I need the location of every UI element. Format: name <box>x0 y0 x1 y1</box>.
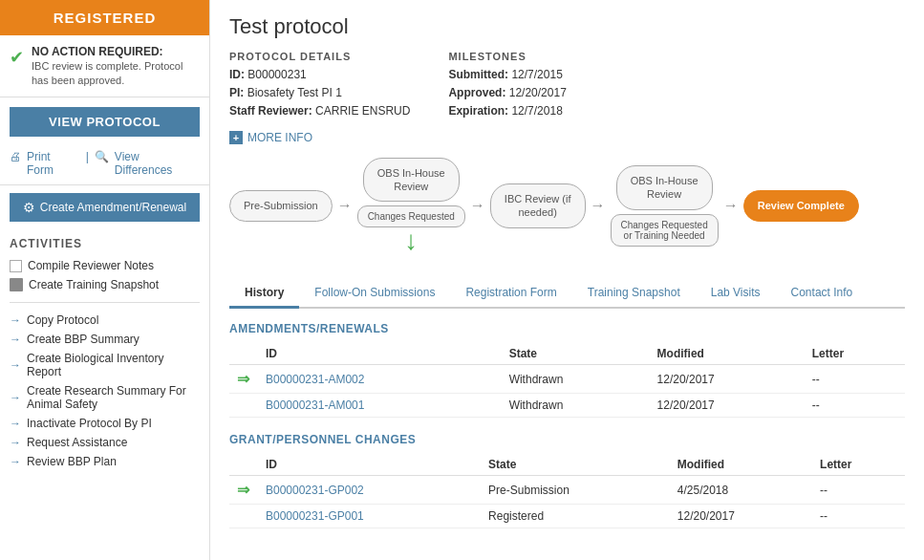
amendment-state: Withdrawn <box>502 394 650 418</box>
print-form-link[interactable]: Print Form <box>27 150 80 177</box>
grant-id-link[interactable]: B00000231-GP002 <box>266 484 364 497</box>
arrow-icon: → <box>10 455 21 468</box>
amendments-thead: ID State Modified Letter <box>229 343 905 365</box>
amendment-id-link[interactable]: B00000231-AM002 <box>266 373 364 386</box>
action-label: Create Research Summary For Animal Safet… <box>27 384 200 411</box>
image-icon <box>10 278 23 291</box>
action-copy-protocol[interactable]: → Copy Protocol <box>10 311 200 330</box>
grant-modified: 4/25/2018 <box>670 476 812 505</box>
search-icon: 🔍 <box>95 150 109 177</box>
sidebar-notice: ✔ NO ACTION REQUIRED: IBC review is comp… <box>0 35 209 97</box>
amendments-heading: AMENDMENTS/RENEWALS <box>229 322 905 335</box>
tab-lab-visits[interactable]: Lab Visits <box>696 279 776 309</box>
wf-subnode-changes-requested-2: Changes Requestedor Training Needed <box>611 214 719 247</box>
table-row: B00000231-AM001 Withdrawn 12/20/2017 -- <box>229 394 905 418</box>
submitted-row: Submitted: 12/7/2015 <box>448 66 566 84</box>
col-header-modified: Modified <box>670 454 812 476</box>
more-info-toggle[interactable]: + MORE INFO <box>229 131 905 144</box>
view-differences-link[interactable]: View Differences <box>115 150 200 177</box>
arrow-icon: → <box>10 313 21 327</box>
plus-icon: + <box>229 131 243 144</box>
arrow-icon: → <box>10 358 21 372</box>
protocol-details: PROTOCOL DETAILS ID: B00000231 PI: Biosa… <box>229 51 410 121</box>
amendment-letter: -- <box>805 394 905 418</box>
arrow-icon: → <box>10 391 21 404</box>
grant-state: Pre-Submission <box>481 476 670 505</box>
pi-label: PI: <box>229 86 244 99</box>
protocol-pi-row: PI: Biosafety Test PI 1 <box>229 84 410 102</box>
check-icon: ✔ <box>10 47 24 68</box>
expiration-value: 12/7/2018 <box>511 104 562 118</box>
wf-arrow-3: → <box>591 197 606 214</box>
table-row: ⇒ B00000231-AM002 Withdrawn 12/20/2017 -… <box>229 365 905 394</box>
page-title: Test protocol <box>229 14 905 39</box>
protocol-staff-row: Staff Reviewer: CARRIE ENSRUD <box>229 102 410 120</box>
activities-title: ACTIVITIES <box>10 237 200 250</box>
tab-follow-on[interactable]: Follow-On Submissions <box>299 279 450 309</box>
col-header-state: State <box>481 454 670 476</box>
notice-body: IBC review is complete. Protocol has bee… <box>32 60 183 86</box>
amendment-id-link[interactable]: B00000231-AM001 <box>266 398 364 412</box>
staff-reviewer-label: Staff Reviewer: <box>229 104 312 118</box>
wf-node-obs-inhouse-2: OBS In-HouseReview <box>616 165 713 210</box>
sidebar-notice-text: NO ACTION REQUIRED: IBC review is comple… <box>32 45 200 87</box>
workflow-container: Pre-Submission → OBS In-HouseReview Chan… <box>229 158 905 280</box>
action-create-research-summary[interactable]: → Create Research Summary For Animal Saf… <box>10 381 200 414</box>
action-create-bio-inventory[interactable]: → Create Biological Inventory Report <box>10 349 200 381</box>
tab-contact-info[interactable]: Contact Info <box>776 279 869 309</box>
notice-title: NO ACTION REQUIRED: <box>32 45 200 58</box>
protocol-details-label: PROTOCOL DETAILS <box>229 51 410 62</box>
amendment-letter: -- <box>805 365 905 394</box>
wf-arrow-4: → <box>723 197 739 214</box>
view-protocol-button[interactable]: VIEW PROTOCOL <box>10 107 200 137</box>
table-row: B00000231-GP001 Registered 12/20/2017 -- <box>229 505 905 528</box>
more-info-label: MORE INFO <box>247 131 312 144</box>
tab-registration-form[interactable]: Registration Form <box>450 279 571 309</box>
action-label: Request Assistance <box>27 436 127 449</box>
grant-letter: -- <box>812 505 905 528</box>
grant-id-link[interactable]: B00000231-GP001 <box>266 509 364 523</box>
amendment-modified: 12/20/2017 <box>650 365 805 394</box>
action-create-bbp[interactable]: → Create BBP Summary <box>10 330 200 349</box>
wf-node-review-complete: Review Complete <box>743 190 859 221</box>
activity-create-training[interactable]: Create Training Snapshot <box>10 275 200 294</box>
wf-node-obs-inhouse-1: OBS In-HouseReview <box>363 158 460 203</box>
action-review-bbp[interactable]: → Review BBP Plan <box>10 452 200 471</box>
protocol-id-row: ID: B00000231 <box>229 66 410 84</box>
row-arrow <box>229 505 258 528</box>
amendment-state: Withdrawn <box>502 365 650 394</box>
gear-icon: ⚙ <box>23 200 35 215</box>
expiration-label: Expiration: <box>448 104 508 118</box>
activities-section: ACTIVITIES Compile Reviewer Notes Create… <box>0 229 209 471</box>
activity-label: Create Training Snapshot <box>29 278 159 291</box>
col-header-id2: ID <box>258 454 481 476</box>
tab-training-snapshot[interactable]: Training Snapshot <box>572 279 696 309</box>
wf-arrow-1: → <box>337 197 353 214</box>
sidebar-form-links: 🖨 Print Form | 🔍 View Differences <box>0 146 209 185</box>
col-header-id <box>229 343 258 365</box>
amendments-table: ID State Modified Letter ⇒ B00000231-AM0… <box>229 343 905 418</box>
arrow-icon: → <box>10 333 21 346</box>
col-header-letter: Letter <box>812 454 905 476</box>
expiration-row: Expiration: 12/7/2018 <box>448 102 566 120</box>
create-amendment-button[interactable]: ⚙ Create Amendment/Renewal <box>10 193 200 222</box>
action-request-assistance[interactable]: → Request Assistance <box>10 433 200 452</box>
pi-value: Biosafety Test PI 1 <box>247 86 342 99</box>
arrow-icon: → <box>10 417 21 430</box>
row-arrow: ⇒ <box>229 476 258 505</box>
wf-group-obs1: OBS In-HouseReview Changes Requested ↓ <box>357 158 465 255</box>
activity-compile-reviewer[interactable]: Compile Reviewer Notes <box>10 256 200 275</box>
col-header-state: State <box>502 343 650 365</box>
grant-state: Registered <box>481 505 670 528</box>
grant-table: ID State Modified Letter ⇒ B00000231-GP0… <box>229 454 905 528</box>
submitted-value: 12/7/2015 <box>511 68 562 81</box>
action-inactivate-protocol[interactable]: → Inactivate Protocol By PI <box>10 414 200 433</box>
protocol-details-row: PROTOCOL DETAILS ID: B00000231 PI: Biosa… <box>229 51 905 121</box>
tab-history[interactable]: History <box>229 279 299 309</box>
amendments-tbody: ⇒ B00000231-AM002 Withdrawn 12/20/2017 -… <box>229 365 905 418</box>
wf-subnode-changes-requested-1: Changes Requested <box>357 205 465 227</box>
action-label: Create Biological Inventory Report <box>27 352 200 378</box>
wf-arrow-2: → <box>470 197 485 214</box>
row-arrow <box>229 394 258 418</box>
approved-row: Approved: 12/20/2017 <box>448 84 566 102</box>
